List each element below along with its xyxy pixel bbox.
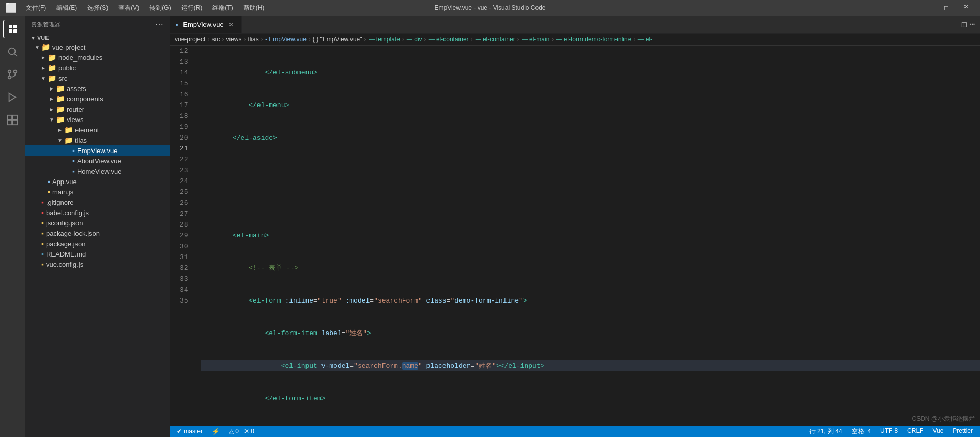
svg-rect-1 — [9, 29, 12, 33]
tree-item-readme[interactable]: ▪ README.md — [25, 249, 170, 259]
svg-point-8 — [14, 70, 17, 73]
tree-item-assets[interactable]: ► 📁 assets — [25, 83, 170, 94]
status-eol[interactable]: CRLF — [905, 427, 925, 436]
breadcrumb-el-end[interactable]: ⸻ el- — [637, 36, 652, 43]
tree-item-element[interactable]: ► 📁 element — [25, 125, 170, 135]
tree-item-mainjs[interactable]: ▪ main.js — [25, 187, 170, 197]
tree-item-components[interactable]: ► 📁 components — [25, 94, 170, 104]
tree-label-mainjs: main.js — [52, 188, 73, 196]
menu-view[interactable]: 查看(V) — [114, 3, 143, 13]
breadcrumb-div[interactable]: ⸻ div — [406, 36, 422, 43]
menu-terminal[interactable]: 终端(T) — [208, 3, 237, 13]
breadcrumb-vue-project[interactable]: vue-project — [175, 36, 205, 43]
tree-label-package: package.json — [46, 240, 86, 248]
json-icon-package: ▪ — [41, 239, 44, 248]
folder-open-icon-views: 📁 — [56, 115, 65, 124]
breadcrumb-obj[interactable]: { } "EmpView.vue" — [313, 36, 362, 43]
breadcrumb-views[interactable]: views — [226, 36, 241, 43]
tree-item-babel[interactable]: ▪ babel.config.js — [25, 207, 170, 218]
close-button[interactable]: ✕ — [957, 3, 975, 12]
menu-run[interactable]: 运行(R) — [177, 3, 207, 13]
tree-item-homeview[interactable]: ▪ HomeView.vue — [25, 166, 170, 176]
folder-icon-element: 📁 — [64, 126, 73, 134]
tree-item-vue-project[interactable]: ▼ 📁 vue-project — [25, 42, 170, 52]
tree-root-vue[interactable]: ▼ VUE — [25, 34, 170, 42]
tree-arrow-element: ► — [56, 127, 64, 133]
code-line-18: <!-- 表单 --> — [201, 263, 980, 274]
git-icon[interactable] — [3, 65, 22, 84]
status-spaces[interactable]: 空格: 4 — [850, 427, 873, 436]
code-line-17: <el-main> — [201, 230, 980, 241]
tree-item-src[interactable]: ▼ 📁 src — [25, 73, 170, 83]
tree-label-vueconfig: vue.config.js — [46, 261, 83, 268]
code-editor[interactable]: 12 13 14 15 16 17 18 19 20 21 22 23 24 2… — [170, 46, 980, 426]
status-sync[interactable]: ⚡ — [210, 428, 222, 435]
status-formatter[interactable]: Prettier — [951, 427, 975, 436]
status-language[interactable]: Vue — [930, 427, 945, 436]
tree-label-packagelock: package-lock.json — [46, 230, 100, 237]
svg-rect-14 — [13, 120, 17, 125]
minimize-button[interactable]: — — [921, 3, 936, 12]
tab-close-button[interactable]: ✕ — [227, 21, 235, 29]
breadcrumb-el-container2[interactable]: ⸻ el-container — [475, 36, 515, 43]
code-line-12: </el-submenu> — [201, 67, 980, 78]
menu-goto[interactable]: 转到(G) — [145, 3, 175, 13]
tree-item-aboutview[interactable]: ▪ AboutView.vue — [25, 156, 170, 166]
titlebar: ⬜ 文件(F) 编辑(E) 选择(S) 查看(V) 转到(G) 运行(R) 终端… — [0, 0, 980, 16]
folder-icon-router: 📁 — [56, 105, 65, 113]
svg-rect-13 — [8, 120, 12, 125]
tree-item-views[interactable]: ▼ 📁 views — [25, 114, 170, 125]
split-editor-icon[interactable]: ◫ — [962, 19, 967, 29]
extensions-icon[interactable] — [3, 111, 22, 129]
tree-arrow-src: ▼ — [39, 76, 48, 81]
tree-item-gitignore[interactable]: ▪ .gitignore — [25, 197, 170, 207]
editor-area: ▪ EmpView.vue ✕ ◫ ⋯ vue-project › src › … — [170, 16, 980, 437]
breadcrumb-el-form[interactable]: ⸻ el-form.demo-form-inline — [556, 36, 631, 43]
status-branch[interactable]: ✔ master — [175, 428, 205, 435]
more-actions-icon[interactable]: ⋯ — [970, 19, 975, 29]
menu-file[interactable]: 文件(F) — [22, 3, 50, 13]
breadcrumb-empview-file[interactable]: ▪ EmpView.vue — [265, 36, 307, 43]
line-numbers: 12 13 14 15 16 17 18 19 20 21 22 23 24 2… — [170, 46, 196, 426]
run-icon[interactable] — [3, 88, 22, 107]
tree-item-tlias[interactable]: ▼ 📁 tlias — [25, 135, 170, 145]
tab-filename: EmpView.vue — [183, 21, 224, 28]
breadcrumb-el-container1[interactable]: ⸻ el-container — [428, 36, 469, 43]
tree-arrow-vue-project: ▼ — [33, 44, 41, 50]
tree-item-public[interactable]: ► 📁 public — [25, 63, 170, 73]
search-icon[interactable] — [3, 42, 22, 61]
breadcrumb-el-main[interactable]: ⸻ el-main — [522, 36, 550, 43]
status-errors[interactable]: △ 0 ✕ 0 — [227, 428, 256, 435]
babel-icon: ▪ — [41, 208, 44, 217]
sidebar-more-icon[interactable]: ⋯ — [155, 20, 164, 29]
tab-empview[interactable]: ▪ EmpView.vue ✕ — [170, 16, 242, 33]
menu-select[interactable]: 选择(S) — [83, 3, 112, 13]
code-line-20: <el-form-item label="姓名"> — [201, 328, 980, 339]
maximize-button[interactable]: ◻ — [940, 3, 953, 12]
menu-edit[interactable]: 编辑(E) — [52, 3, 81, 13]
gitignore-icon: ▪ — [41, 198, 44, 206]
svg-rect-3 — [13, 29, 17, 33]
readme-icon: ▪ — [41, 250, 44, 258]
breadcrumb-template[interactable]: ⸻ template — [369, 36, 400, 43]
breadcrumb-tlias[interactable]: tlias — [248, 36, 258, 43]
status-encoding[interactable]: UTF-8 — [878, 427, 900, 436]
menu-help[interactable]: 帮助(H) — [239, 3, 269, 13]
tree-label-vue: VUE — [37, 35, 49, 41]
tree-item-package[interactable]: ▪ package.json — [25, 238, 170, 249]
tree-arrow-tlias: ▼ — [56, 138, 64, 143]
svg-rect-0 — [9, 25, 12, 28]
tree-item-vueconfig[interactable]: ▪ vue.config.js — [25, 259, 170, 269]
code-content[interactable]: </el-submenu> </el-menu> </el-aside> <el… — [196, 46, 980, 426]
status-position[interactable]: 行 21, 列 44 — [807, 427, 845, 436]
svg-rect-2 — [13, 25, 17, 28]
breadcrumb-src[interactable]: src — [211, 36, 220, 43]
tree-item-node-modules[interactable]: ► 📁 node_modules — [25, 52, 170, 63]
tree-item-jsconfig[interactable]: ▪ jsconfig.json — [25, 218, 170, 228]
explorer-icon[interactable] — [3, 20, 22, 38]
tree-item-empview[interactable]: ▪ EmpView.vue — [25, 145, 170, 156]
tree-item-router[interactable]: ► 📁 router — [25, 104, 170, 114]
breadcrumb: vue-project › src › views › tlias › ▪ Em… — [170, 34, 980, 46]
tree-item-appvue[interactable]: ▪ App.vue — [25, 176, 170, 187]
tree-item-packagelock[interactable]: ▪ package-lock.json — [25, 228, 170, 238]
